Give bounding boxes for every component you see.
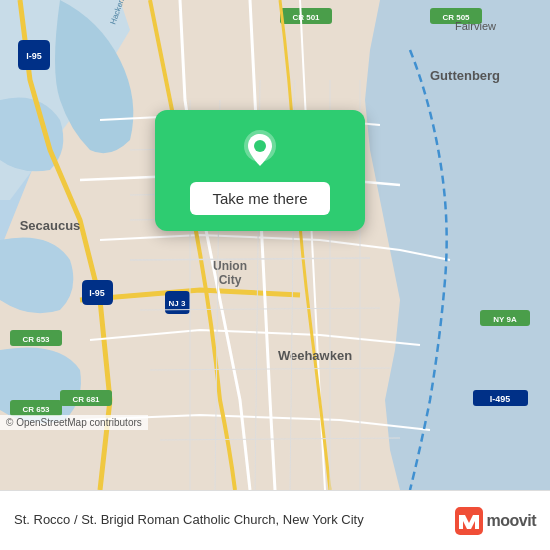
pin-icon [238,128,282,172]
svg-text:I-495: I-495 [490,394,511,404]
moovit-logo: moovit [455,507,536,535]
svg-text:CR 501: CR 501 [292,13,320,22]
svg-point-42 [254,140,266,152]
location-card: Take me there [155,110,365,231]
svg-text:Guttenberg: Guttenberg [430,68,500,83]
map-attribution: © OpenStreetMap contributors [0,415,148,430]
svg-text:Weehawken: Weehawken [278,348,352,363]
svg-text:I-95: I-95 [89,288,105,298]
svg-text:NJ 3: NJ 3 [169,299,186,308]
location-label: St. Rocco / St. Brigid Roman Catholic Ch… [14,512,364,529]
svg-text:City: City [219,273,242,287]
moovit-icon [455,507,483,535]
svg-text:CR 681: CR 681 [72,395,100,404]
svg-text:I-95: I-95 [26,51,42,61]
svg-text:NY 9A: NY 9A [493,315,517,324]
bottom-bar: St. Rocco / St. Brigid Roman Catholic Ch… [0,490,550,550]
moovit-brand-text: moovit [487,512,536,530]
take-me-there-button[interactable]: Take me there [190,182,329,215]
svg-text:Secaucus: Secaucus [20,218,81,233]
svg-text:Fairview: Fairview [455,20,496,32]
svg-text:CR 653: CR 653 [22,335,50,344]
map-container: CR 501 CR 505 I-95 CR 653 CR 653 CR 681 … [0,0,550,490]
svg-text:CR 653: CR 653 [22,405,50,414]
